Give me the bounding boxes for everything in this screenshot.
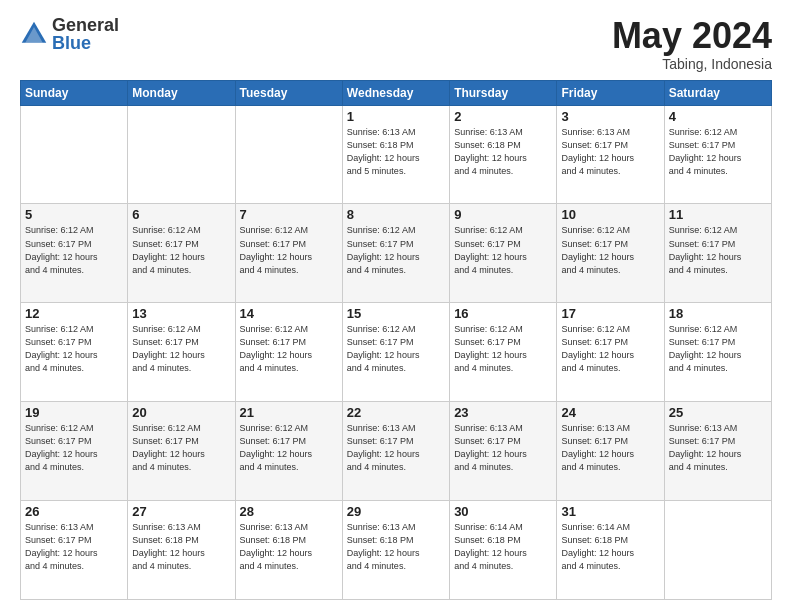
table-row: 24Sunrise: 6:13 AMSunset: 6:17 PMDayligh… (557, 402, 664, 501)
table-row: 18Sunrise: 6:12 AMSunset: 6:17 PMDayligh… (664, 303, 771, 402)
day-info: Sunrise: 6:12 AMSunset: 6:17 PMDaylight:… (132, 422, 230, 474)
day-info: Sunrise: 6:12 AMSunset: 6:17 PMDaylight:… (347, 224, 445, 276)
day-info: Sunrise: 6:13 AMSunset: 6:17 PMDaylight:… (561, 126, 659, 178)
day-info: Sunrise: 6:12 AMSunset: 6:17 PMDaylight:… (132, 323, 230, 375)
day-number: 12 (25, 306, 123, 321)
day-info: Sunrise: 6:13 AMSunset: 6:18 PMDaylight:… (347, 126, 445, 178)
table-row: 14Sunrise: 6:12 AMSunset: 6:17 PMDayligh… (235, 303, 342, 402)
table-row: 28Sunrise: 6:13 AMSunset: 6:18 PMDayligh… (235, 501, 342, 600)
day-number: 19 (25, 405, 123, 420)
day-info: Sunrise: 6:12 AMSunset: 6:17 PMDaylight:… (240, 224, 338, 276)
table-row: 1Sunrise: 6:13 AMSunset: 6:18 PMDaylight… (342, 105, 449, 204)
header-monday: Monday (128, 80, 235, 105)
day-number: 31 (561, 504, 659, 519)
day-info: Sunrise: 6:13 AMSunset: 6:18 PMDaylight:… (454, 126, 552, 178)
day-number: 10 (561, 207, 659, 222)
calendar-header-row: Sunday Monday Tuesday Wednesday Thursday… (21, 80, 772, 105)
table-row: 9Sunrise: 6:12 AMSunset: 6:17 PMDaylight… (450, 204, 557, 303)
day-number: 17 (561, 306, 659, 321)
day-info: Sunrise: 6:12 AMSunset: 6:17 PMDaylight:… (25, 224, 123, 276)
day-info: Sunrise: 6:13 AMSunset: 6:17 PMDaylight:… (25, 521, 123, 573)
table-row: 21Sunrise: 6:12 AMSunset: 6:17 PMDayligh… (235, 402, 342, 501)
day-info: Sunrise: 6:12 AMSunset: 6:17 PMDaylight:… (240, 323, 338, 375)
logo-blue-text: Blue (52, 34, 119, 52)
calendar-table: Sunday Monday Tuesday Wednesday Thursday… (20, 80, 772, 600)
table-row: 12Sunrise: 6:12 AMSunset: 6:17 PMDayligh… (21, 303, 128, 402)
table-row: 7Sunrise: 6:12 AMSunset: 6:17 PMDaylight… (235, 204, 342, 303)
day-info: Sunrise: 6:12 AMSunset: 6:17 PMDaylight:… (25, 323, 123, 375)
table-row: 27Sunrise: 6:13 AMSunset: 6:18 PMDayligh… (128, 501, 235, 600)
day-number: 26 (25, 504, 123, 519)
day-info: Sunrise: 6:13 AMSunset: 6:17 PMDaylight:… (347, 422, 445, 474)
day-info: Sunrise: 6:12 AMSunset: 6:17 PMDaylight:… (240, 422, 338, 474)
day-info: Sunrise: 6:12 AMSunset: 6:17 PMDaylight:… (347, 323, 445, 375)
table-row: 6Sunrise: 6:12 AMSunset: 6:17 PMDaylight… (128, 204, 235, 303)
day-info: Sunrise: 6:13 AMSunset: 6:18 PMDaylight:… (132, 521, 230, 573)
table-row: 15Sunrise: 6:12 AMSunset: 6:17 PMDayligh… (342, 303, 449, 402)
day-info: Sunrise: 6:12 AMSunset: 6:17 PMDaylight:… (25, 422, 123, 474)
table-row (664, 501, 771, 600)
day-number: 9 (454, 207, 552, 222)
day-number: 1 (347, 109, 445, 124)
day-info: Sunrise: 6:14 AMSunset: 6:18 PMDaylight:… (454, 521, 552, 573)
calendar-week-row: 12Sunrise: 6:12 AMSunset: 6:17 PMDayligh… (21, 303, 772, 402)
calendar-week-row: 19Sunrise: 6:12 AMSunset: 6:17 PMDayligh… (21, 402, 772, 501)
day-info: Sunrise: 6:13 AMSunset: 6:18 PMDaylight:… (240, 521, 338, 573)
day-number: 20 (132, 405, 230, 420)
day-number: 28 (240, 504, 338, 519)
table-row: 5Sunrise: 6:12 AMSunset: 6:17 PMDaylight… (21, 204, 128, 303)
table-row: 26Sunrise: 6:13 AMSunset: 6:17 PMDayligh… (21, 501, 128, 600)
table-row: 20Sunrise: 6:12 AMSunset: 6:17 PMDayligh… (128, 402, 235, 501)
header-tuesday: Tuesday (235, 80, 342, 105)
day-info: Sunrise: 6:12 AMSunset: 6:17 PMDaylight:… (669, 126, 767, 178)
table-row: 30Sunrise: 6:14 AMSunset: 6:18 PMDayligh… (450, 501, 557, 600)
day-number: 7 (240, 207, 338, 222)
calendar-week-row: 26Sunrise: 6:13 AMSunset: 6:17 PMDayligh… (21, 501, 772, 600)
table-row: 8Sunrise: 6:12 AMSunset: 6:17 PMDaylight… (342, 204, 449, 303)
location: Tabing, Indonesia (612, 56, 772, 72)
day-number: 16 (454, 306, 552, 321)
day-info: Sunrise: 6:12 AMSunset: 6:17 PMDaylight:… (132, 224, 230, 276)
header-wednesday: Wednesday (342, 80, 449, 105)
day-info: Sunrise: 6:12 AMSunset: 6:17 PMDaylight:… (669, 224, 767, 276)
table-row: 29Sunrise: 6:13 AMSunset: 6:18 PMDayligh… (342, 501, 449, 600)
day-number: 23 (454, 405, 552, 420)
day-number: 11 (669, 207, 767, 222)
logo-text: General Blue (52, 16, 119, 52)
table-row: 31Sunrise: 6:14 AMSunset: 6:18 PMDayligh… (557, 501, 664, 600)
table-row: 22Sunrise: 6:13 AMSunset: 6:17 PMDayligh… (342, 402, 449, 501)
day-info: Sunrise: 6:12 AMSunset: 6:17 PMDaylight:… (669, 323, 767, 375)
day-number: 22 (347, 405, 445, 420)
table-row: 25Sunrise: 6:13 AMSunset: 6:17 PMDayligh… (664, 402, 771, 501)
table-row: 11Sunrise: 6:12 AMSunset: 6:17 PMDayligh… (664, 204, 771, 303)
day-info: Sunrise: 6:12 AMSunset: 6:17 PMDaylight:… (561, 323, 659, 375)
day-info: Sunrise: 6:12 AMSunset: 6:17 PMDaylight:… (561, 224, 659, 276)
table-row: 17Sunrise: 6:12 AMSunset: 6:17 PMDayligh… (557, 303, 664, 402)
day-number: 4 (669, 109, 767, 124)
day-info: Sunrise: 6:13 AMSunset: 6:17 PMDaylight:… (561, 422, 659, 474)
day-info: Sunrise: 6:13 AMSunset: 6:18 PMDaylight:… (347, 521, 445, 573)
day-info: Sunrise: 6:13 AMSunset: 6:17 PMDaylight:… (454, 422, 552, 474)
title-block: May 2024 Tabing, Indonesia (612, 16, 772, 72)
page: General Blue May 2024 Tabing, Indonesia … (0, 0, 792, 612)
header-saturday: Saturday (664, 80, 771, 105)
day-number: 30 (454, 504, 552, 519)
month-title: May 2024 (612, 16, 772, 56)
day-number: 25 (669, 405, 767, 420)
logo: General Blue (20, 16, 119, 52)
day-number: 21 (240, 405, 338, 420)
day-number: 13 (132, 306, 230, 321)
day-info: Sunrise: 6:14 AMSunset: 6:18 PMDaylight:… (561, 521, 659, 573)
day-number: 8 (347, 207, 445, 222)
day-info: Sunrise: 6:12 AMSunset: 6:17 PMDaylight:… (454, 323, 552, 375)
table-row: 10Sunrise: 6:12 AMSunset: 6:17 PMDayligh… (557, 204, 664, 303)
table-row: 3Sunrise: 6:13 AMSunset: 6:17 PMDaylight… (557, 105, 664, 204)
header-friday: Friday (557, 80, 664, 105)
day-number: 14 (240, 306, 338, 321)
table-row: 2Sunrise: 6:13 AMSunset: 6:18 PMDaylight… (450, 105, 557, 204)
logo-icon (20, 20, 48, 48)
table-row: 23Sunrise: 6:13 AMSunset: 6:17 PMDayligh… (450, 402, 557, 501)
day-number: 27 (132, 504, 230, 519)
day-number: 3 (561, 109, 659, 124)
table-row: 13Sunrise: 6:12 AMSunset: 6:17 PMDayligh… (128, 303, 235, 402)
